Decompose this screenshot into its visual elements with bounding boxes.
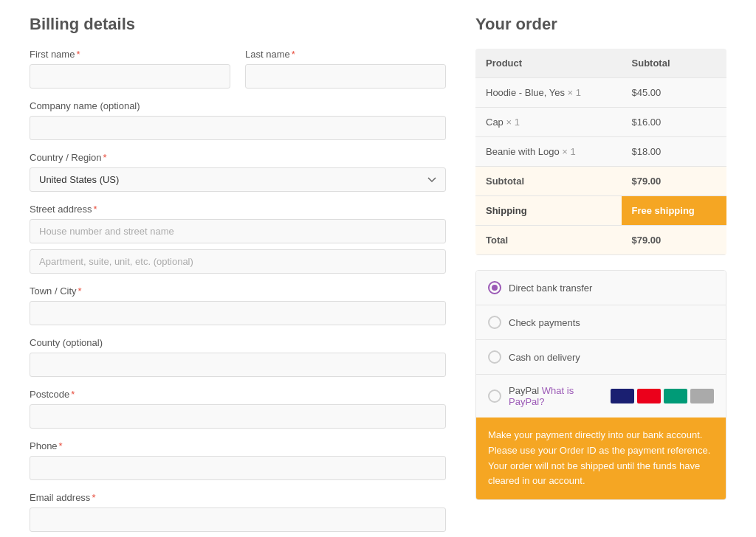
product-price: $45.00 [622,78,726,108]
billing-title: Billing details [30,15,446,34]
product-price: $16.00 [622,108,726,137]
product-name: Cap × 1 [475,108,622,137]
last-name-input[interactable] [245,64,446,89]
table-row: Hoodie - Blue, Yes × 1 $45.00 [475,78,726,108]
subtotal-value: $79.00 [622,167,726,196]
col-subtotal: Subtotal [622,49,726,78]
first-name-label: First name* [30,49,230,60]
total-label: Total [475,226,622,255]
bank-transfer-info: Make your payment directly into our bank… [476,418,726,499]
payment-option-paypal[interactable]: PayPal What is PayPal? [476,375,726,418]
phone-label: Phone* [30,440,446,451]
total-value: $79.00 [622,226,726,255]
subtotal-label: Subtotal [475,167,622,196]
street-address-input[interactable] [30,219,446,243]
county-input[interactable] [30,353,446,377]
paypal-card-icon [611,389,634,403]
last-name-label: Last name* [245,49,446,60]
town-input[interactable] [30,301,446,325]
county-label: County (optional) [30,337,446,348]
paypal-card-icon [690,389,714,403]
first-name-input[interactable] [30,64,230,89]
radio-direct-bank [488,281,501,294]
company-name-input[interactable] [30,116,446,140]
street-address-label: Street address* [30,204,446,215]
payment-label-direct-bank: Direct bank transfer [509,283,592,294]
order-table: Product Subtotal Hoodie - Blue, Yes × 1 … [475,49,726,255]
shipping-label: Shipping [475,196,622,226]
table-row: Beanie with Logo × 1 $18.00 [475,137,726,167]
paypal-icons [611,389,714,403]
shipping-value: Free shipping [622,196,726,226]
street-address2-input[interactable] [30,249,446,274]
postcode-input[interactable] [30,404,446,429]
order-section: Your order Product Subtotal Hoodie - Blu… [475,15,726,537]
order-title: Your order [475,15,726,34]
billing-section: Billing details First name* Last name* C… [30,15,446,537]
col-product: Product [475,49,622,78]
product-name: Hoodie - Blue, Yes × 1 [475,78,622,108]
payment-option-direct-bank[interactable]: Direct bank transfer [476,271,726,305]
company-name-label: Company name (optional) [30,100,446,111]
country-label: Country / Region* [30,152,446,163]
paypal-link[interactable]: What is PayPal? [509,385,574,407]
country-select[interactable]: United States (US) [30,167,446,192]
payment-label-paypal: PayPal What is PayPal? [509,385,603,407]
radio-check [488,316,501,329]
payment-label-cash: Cash on delivery [509,352,580,363]
product-name: Beanie with Logo × 1 [475,137,622,167]
email-label: Email address* [30,492,446,503]
payment-section: Direct bank transferCheck paymentsCash o… [475,270,726,500]
radio-paypal [488,389,501,403]
payment-label-check: Check payments [509,317,580,328]
postcode-label: Postcode* [30,389,446,400]
town-label: Town / City* [30,285,446,297]
phone-input[interactable] [30,456,446,480]
paypal-card-icon [637,389,661,403]
table-row: Cap × 1 $16.00 [475,108,726,137]
payment-option-check[interactable]: Check payments [476,305,726,340]
payment-option-cash[interactable]: Cash on delivery [476,340,726,375]
paypal-card-icon [664,389,687,403]
product-price: $18.00 [622,137,726,167]
email-input[interactable] [30,507,446,532]
radio-cash [488,350,501,364]
